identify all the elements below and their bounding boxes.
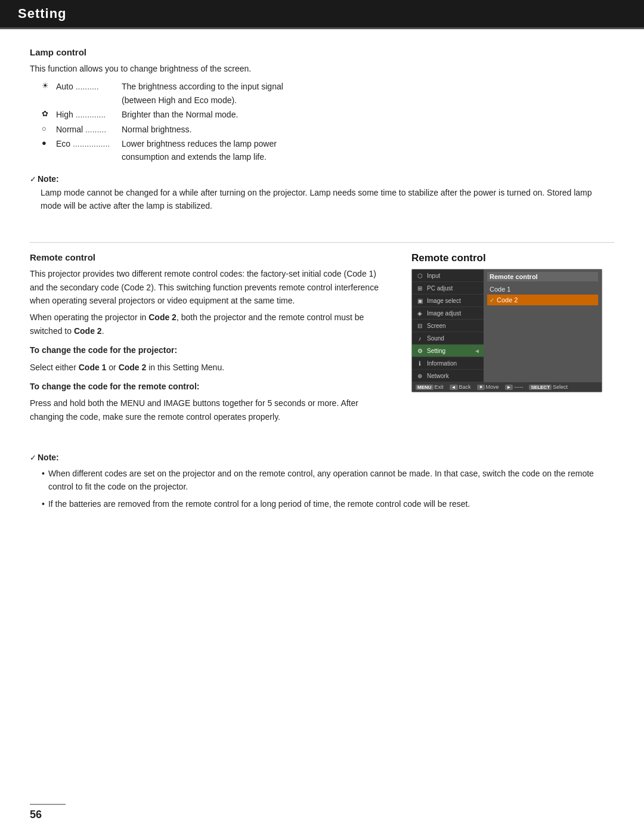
rc-left-menu: ⬡ Input ⊞ PC adjust ▣ Image select ◈: [412, 270, 484, 382]
pcadjust-icon: ⊞: [416, 284, 424, 292]
remote-code-heading: To change the code for the remote contro…: [30, 380, 388, 393]
input-icon: ⬡: [416, 271, 424, 280]
information-icon: ℹ: [416, 359, 424, 367]
remote-control-heading: Remote control: [30, 252, 388, 262]
bottom-note-title: Note:: [38, 453, 59, 462]
auto-icon: ☀: [42, 80, 56, 92]
rc-menu-item-network: ⊕ Network: [412, 370, 484, 382]
rc-menu-item-sound: ♪ Sound: [412, 332, 484, 345]
remote-control-right: Remote control ⬡ Input ⊞ PC adjust: [411, 252, 614, 427]
lamp-control-section: Lamp control This function allows you to…: [30, 47, 614, 221]
rc-option-code2: ✓ Code 2: [487, 295, 598, 305]
rc-bottom-bar: MENU Exit ◄ Back ✦ Move ► -----: [412, 382, 602, 392]
rc-diagram-title: Remote control: [411, 252, 614, 264]
rc-bottom-menu: MENU Exit: [416, 384, 444, 390]
lamp-control-intro: This function allows you to change brigh…: [30, 62, 614, 75]
lamp-row-auto: ☀ Auto .......... The brightness accordi…: [42, 80, 614, 107]
rc-menu-area: ⬡ Input ⊞ PC adjust ▣ Image select ◈: [412, 270, 602, 382]
bottom-note-bullets: When different codes are set on the proj…: [42, 467, 614, 510]
rc-menu-item-screen: ⊟ Screen: [412, 320, 484, 332]
sound-icon: ♪: [416, 334, 424, 342]
lamp-note-content: Lamp mode cannot be changed for a while …: [41, 186, 614, 213]
lamp-modes-table: ☀ Auto .......... The brightness accordi…: [42, 80, 614, 163]
lamp-note-title: Note:: [38, 174, 59, 184]
projector-code-text: Select either Code 1 or Code 2 in this S…: [30, 361, 388, 374]
section-divider-1: [30, 242, 614, 243]
rc-menu-item-setting: ⚙ Setting ◄: [412, 345, 484, 357]
rc-bottom-select: SELECT Select: [529, 384, 568, 390]
rc-menu-item-input: ⬡ Input: [412, 270, 484, 282]
remote-control-intro: This projector provides two different re…: [30, 267, 388, 307]
rc-menu-item-imageadjust: ◈ Image adjust: [412, 307, 484, 320]
high-icon: ✿: [42, 108, 56, 120]
rc-right-panel: Remote control Code 1 ✓ Code 2: [484, 270, 602, 382]
lamp-note: ✓Note: Lamp mode cannot be changed for a…: [30, 172, 614, 213]
remote-control-section: Remote control This projector provides t…: [30, 252, 614, 427]
rc-option-code1: Code 1: [487, 284, 598, 295]
setting-icon: ⚙: [416, 346, 424, 355]
page-number: 56: [30, 804, 66, 821]
screen-icon: ⊟: [416, 321, 424, 330]
normal-icon: ○: [42, 123, 56, 135]
setting-arrow-icon: ◄: [474, 348, 480, 354]
network-icon: ⊕: [416, 371, 424, 380]
rc-bottom-move: ✦ Move: [477, 384, 499, 390]
projector-code-heading: To change the code for the projector:: [30, 343, 388, 357]
lamp-row-eco: ● Eco ................ Lower brightness …: [42, 137, 614, 164]
rc-screen: ⬡ Input ⊞ PC adjust ▣ Image select ◈: [411, 269, 602, 392]
remote-code2-note: When operating the projector in Code 2, …: [30, 311, 388, 337]
rc-menu-item-pcadjust: ⊞ PC adjust: [412, 282, 484, 295]
lamp-row-high: ✿ High ............. Brighter than the N…: [42, 108, 614, 121]
remote-code-text: Press and hold both the MENU and IMAGE b…: [30, 397, 388, 423]
bottom-note: ✓Note: When different codes are set on t…: [30, 451, 614, 514]
checkmark-icon: ✓: [490, 297, 494, 304]
rc-menu-item-imageselect: ▣ Image select: [412, 295, 484, 307]
page-title: Setting: [18, 6, 67, 21]
note-bullet-2: If the batteries are removed from the re…: [42, 497, 614, 510]
eco-icon: ●: [42, 137, 56, 150]
imageadjust-icon: ◈: [416, 309, 424, 317]
rc-panel-title: Remote control: [487, 272, 598, 281]
lamp-control-heading: Lamp control: [30, 47, 614, 57]
page-header: Setting: [0, 0, 644, 29]
rc-menu-item-information: ℹ Information: [412, 357, 484, 370]
rc-bottom-back: ◄ Back: [450, 384, 471, 390]
rc-bottom-nav: ► -----: [505, 384, 524, 390]
lamp-row-normal: ○ Normal ......... Normal brightness.: [42, 123, 614, 136]
remote-control-left: Remote control This projector provides t…: [30, 252, 388, 427]
imageselect-icon: ▣: [416, 296, 424, 305]
note-bullet-1: When different codes are set on the proj…: [42, 467, 614, 494]
